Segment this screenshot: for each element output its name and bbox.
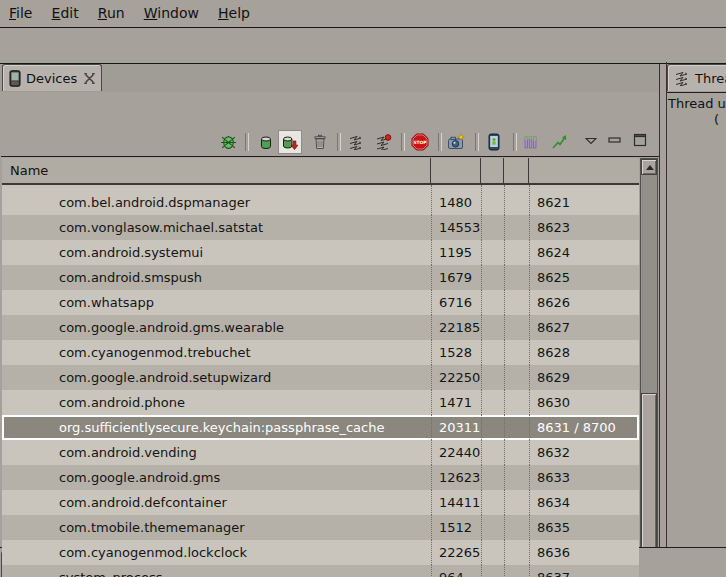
view-menu-button[interactable] xyxy=(583,135,599,147)
screen-capture-button[interactable] xyxy=(444,130,468,154)
process-name: com.whatsapp xyxy=(2,290,431,315)
minimize-button[interactable] xyxy=(607,134,623,146)
threads-message-line2: ( xyxy=(714,112,719,127)
dump-view-hierarchy-phone-icon xyxy=(486,133,502,151)
scroll-up-button[interactable] xyxy=(641,159,657,175)
empty-cell xyxy=(481,390,504,415)
table-row[interactable]: com.cyanogenmod.lockclock222658636 xyxy=(2,540,639,565)
maximize-icon xyxy=(633,133,647,147)
column-separator[interactable] xyxy=(430,158,431,183)
ddms-window: { "menu": { "items": [ {"accel": "F", "r… xyxy=(0,0,726,577)
debug-process-icon xyxy=(220,134,237,151)
tab-devices[interactable]: Devices xyxy=(2,64,102,91)
vertical-scrollbar[interactable] xyxy=(640,158,658,577)
start-opengl-trace-button[interactable] xyxy=(547,130,571,154)
empty-cell xyxy=(504,240,529,265)
process-port: 8625 xyxy=(529,265,639,290)
empty-cell xyxy=(481,215,504,240)
menu-file-accel: F xyxy=(9,5,16,21)
start-method-profiling-button[interactable] xyxy=(371,130,395,154)
tab-devices-close-icon[interactable] xyxy=(83,72,96,85)
column-header-name[interactable]: Name xyxy=(10,158,48,183)
vertical-scrollbar-thumb[interactable] xyxy=(641,393,657,565)
tab-devices-label: Devices xyxy=(26,71,77,86)
update-threads-button[interactable] xyxy=(344,130,368,154)
table-row-selected[interactable]: org.sufficientlysecure.keychain:passphra… xyxy=(2,415,639,440)
table-row[interactable]: system_process9648637 xyxy=(2,565,639,577)
process-name: com.android.systemui xyxy=(2,240,431,265)
toolbar-separator xyxy=(513,133,517,151)
process-pid: 1528 xyxy=(431,340,481,365)
menu-edit-rest: dit xyxy=(60,5,78,21)
empty-cell xyxy=(504,465,529,490)
tab-threads-label: Threads xyxy=(695,71,726,86)
table-row[interactable]: com.cyanogenmod.trebuchet15288628 xyxy=(2,340,639,365)
empty-cell xyxy=(481,440,504,465)
process-port: 8636 xyxy=(529,540,639,565)
dump-hprof-button[interactable] xyxy=(278,130,302,154)
table-row[interactable]: com.whatsapp67168626 xyxy=(2,290,639,315)
devices-panel: Devices STOP Name com.bel.androi xyxy=(0,64,660,548)
capture-system-trace-icon xyxy=(523,134,539,150)
table-row[interactable]: com.bel.android.dspmanager14808621 xyxy=(2,190,639,215)
empty-cell xyxy=(504,390,529,415)
menu-help[interactable]: Help xyxy=(218,0,250,27)
table-row[interactable]: com.android.vending224408632 xyxy=(2,440,639,465)
empty-cell xyxy=(504,515,529,540)
minimize-icon xyxy=(608,136,622,144)
process-port: 8629 xyxy=(529,365,639,390)
empty-cell xyxy=(481,290,504,315)
process-port: 8624 xyxy=(529,240,639,265)
table-row[interactable]: com.android.smspush16798625 xyxy=(2,265,639,290)
process-port: 8628 xyxy=(529,340,639,365)
capture-system-trace-button[interactable] xyxy=(519,130,543,154)
menu-window[interactable]: Window xyxy=(144,0,199,27)
empty-cell xyxy=(481,415,504,440)
dump-view-hierarchy-button[interactable] xyxy=(482,130,506,154)
update-heap-button[interactable] xyxy=(254,130,278,154)
empty-cell xyxy=(504,415,529,440)
table-row[interactable]: com.android.defcontainer144118634 xyxy=(2,490,639,515)
table-row[interactable]: com.google.android.gms.wearable221858627 xyxy=(2,315,639,340)
device-phone-icon xyxy=(9,70,21,87)
process-port: 8637 xyxy=(529,565,639,577)
main-toolbar xyxy=(0,28,726,64)
table-row[interactable]: com.android.phone14718630 xyxy=(2,390,639,415)
table-row[interactable]: com.android.systemui11958624 xyxy=(2,240,639,265)
menu-help-accel: H xyxy=(218,5,229,21)
maximize-button[interactable] xyxy=(632,132,648,148)
update-heap-icon xyxy=(258,134,274,151)
up-arrow-icon xyxy=(646,165,654,170)
toolbar-separator xyxy=(401,133,405,151)
table-row[interactable]: com.tmobile.thememanager15128635 xyxy=(2,515,639,540)
menu-run-accel: R xyxy=(98,5,107,21)
process-pid: 1195 xyxy=(431,240,481,265)
table-row[interactable]: com.google.android.gms126238633 xyxy=(2,465,639,490)
screen-capture-camera-icon xyxy=(447,133,465,151)
column-separator[interactable] xyxy=(503,158,504,183)
process-name: com.cyanogenmod.trebuchet xyxy=(2,340,431,365)
empty-cell xyxy=(481,540,504,565)
process-name: com.vonglasow.michael.satstat xyxy=(2,215,431,240)
column-separator[interactable] xyxy=(480,158,481,183)
stop-process-button[interactable]: STOP xyxy=(408,130,432,154)
process-name: com.tmobile.thememanager xyxy=(2,515,431,540)
tab-threads[interactable]: Threads xyxy=(667,64,726,91)
table-row[interactable]: com.vonglasow.michael.satstat145538623 xyxy=(2,215,639,240)
table-header[interactable]: Name xyxy=(2,158,639,185)
menu-edit[interactable]: Edit xyxy=(52,0,79,27)
panel-sash[interactable] xyxy=(659,64,660,548)
process-port: 8621 xyxy=(529,190,639,215)
process-name: com.android.vending xyxy=(2,440,431,465)
toolbar-separator xyxy=(475,133,479,151)
debug-process-button[interactable] xyxy=(216,130,240,154)
column-separator[interactable] xyxy=(528,158,529,183)
empty-cell xyxy=(481,515,504,540)
empty-cell xyxy=(504,265,529,290)
process-name: com.google.android.gms.wearable xyxy=(2,315,431,340)
menu-run[interactable]: Run xyxy=(98,0,125,27)
cause-gc-button[interactable] xyxy=(308,130,332,154)
table-row[interactable]: com.google.android.setupwizard222508629 xyxy=(2,365,639,390)
menu-file[interactable]: File xyxy=(9,0,32,27)
process-port: 8630 xyxy=(529,390,639,415)
